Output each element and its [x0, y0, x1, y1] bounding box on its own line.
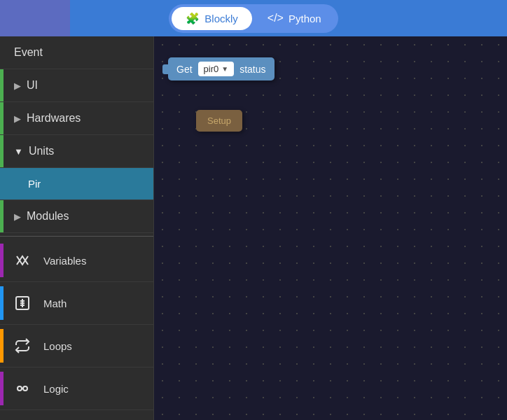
- sidebar-item-math[interactable]: Math: [0, 282, 153, 325]
- block-get-status[interactable]: Get pir0 ▼ status: [168, 57, 275, 80]
- sidebar-item-units[interactable]: ▼ Units: [0, 135, 153, 168]
- variables-label: Variables: [43, 255, 86, 267]
- loops-icon: [11, 335, 34, 357]
- sidebar-item-hardwares-label: Hardwares: [27, 112, 81, 125]
- units-arrow: ▼: [14, 146, 23, 157]
- loops-label: Loops: [43, 340, 72, 352]
- python-tab[interactable]: </> Python: [254, 7, 335, 29]
- variables-icon: [11, 249, 34, 272]
- python-label: Python: [289, 13, 321, 24]
- math-label: Math: [43, 298, 67, 309]
- blockly-icon: 🧩: [186, 12, 200, 25]
- block-setup[interactable]: Setup: [196, 110, 242, 132]
- hardwares-arrow: ▶: [14, 113, 21, 124]
- sidebar-item-logic[interactable]: Logic: [0, 368, 153, 410]
- svg-point-5: [18, 386, 22, 391]
- sidebar-item-ui-label: UI: [27, 79, 38, 92]
- sidebar-item-pir[interactable]: Pir: [0, 168, 153, 200]
- sidebar-item-ui[interactable]: ▶ UI: [0, 69, 153, 102]
- blockly-label: Blockly: [204, 13, 238, 24]
- modules-indicator: [0, 200, 4, 232]
- block-dropdown-value: pir0: [204, 64, 219, 74]
- header-left-tab: [0, 0, 70, 36]
- hardwares-indicator: [0, 102, 4, 134]
- math-icon: [11, 292, 34, 314]
- sidebar-item-loops[interactable]: Loops: [0, 325, 153, 368]
- block-container: Get pir0 ▼ status Setup: [168, 57, 275, 80]
- units-indicator: [0, 135, 4, 167]
- sidebar: Event ▶ UI ▶ Hardwares ▼ Units Pir ▶ M: [0, 36, 154, 420]
- block-status-label: status: [239, 64, 265, 75]
- sidebar-item-event[interactable]: Event: [0, 36, 153, 69]
- header: 🧩 Blockly </> Python: [0, 0, 507, 36]
- ui-indicator: [0, 69, 4, 102]
- block-setup-label: Setup: [207, 115, 231, 126]
- sidebar-item-modules[interactable]: ▶ Modules: [0, 200, 153, 233]
- loops-indicator: [0, 329, 4, 363]
- sidebar-item-variables[interactable]: Variables: [0, 239, 153, 282]
- modules-arrow: ▶: [14, 211, 21, 222]
- canvas-area: Get pir0 ▼ status Setup: [154, 36, 507, 420]
- sidebar-item-event-label: Event: [14, 46, 43, 59]
- sidebar-item-modules-label: Modules: [27, 210, 69, 223]
- sidebar-item-pir-label: Pir: [28, 178, 41, 190]
- math-indicator: [0, 286, 4, 320]
- sidebar-item-units-label: Units: [29, 145, 54, 158]
- python-icon: </>: [268, 12, 284, 24]
- tab-group: 🧩 Blockly </> Python: [169, 4, 338, 33]
- dropdown-arrow-icon: ▼: [221, 65, 228, 73]
- blockly-tab[interactable]: 🧩 Blockly: [172, 7, 252, 30]
- sidebar-item-hardwares[interactable]: ▶ Hardwares: [0, 102, 153, 135]
- logic-icon: [11, 377, 34, 400]
- block-get-label: Get: [176, 64, 193, 75]
- logic-label: Logic: [43, 383, 69, 395]
- block-dropdown[interactable]: pir0 ▼: [198, 62, 235, 76]
- main-layout: Event ▶ UI ▶ Hardwares ▼ Units Pir ▶ M: [0, 36, 507, 420]
- variables-indicator: [0, 244, 4, 277]
- ui-arrow: ▶: [14, 80, 21, 91]
- logic-indicator: [0, 372, 4, 405]
- svg-point-6: [23, 386, 27, 391]
- sidebar-divider: [0, 236, 153, 237]
